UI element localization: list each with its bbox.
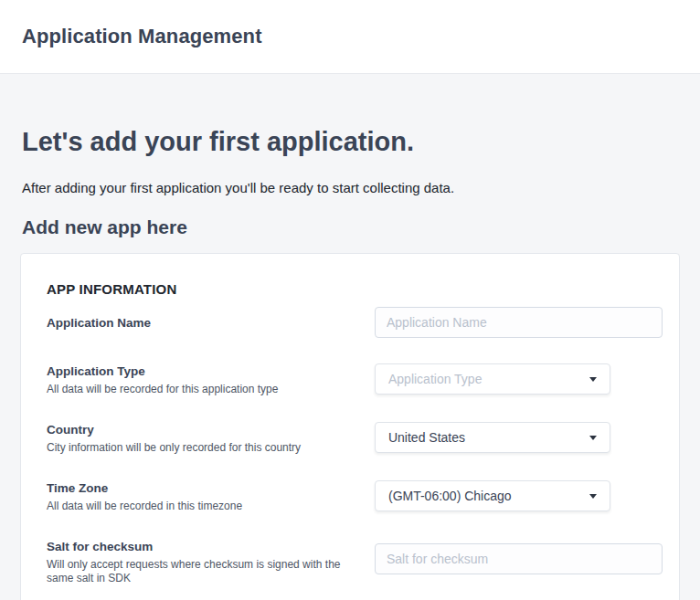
caret-down-icon bbox=[589, 436, 597, 440]
field-control-col bbox=[375, 307, 663, 338]
field-label-col: Country City information will be only re… bbox=[47, 422, 375, 455]
hero-title: Let's add your first application. bbox=[22, 125, 680, 158]
field-label-col: Application Name bbox=[47, 315, 375, 331]
salt-for-checksum-help: Will only accept requests where checksum… bbox=[47, 558, 350, 585]
caret-down-icon bbox=[589, 494, 597, 499]
salt-for-checksum-label: Salt for checksum bbox=[47, 539, 356, 554]
section-title: Add new app here bbox=[22, 215, 680, 239]
form-row-country: Country City information will be only re… bbox=[47, 422, 663, 455]
form-row-time-zone: Time Zone All data will be recorded in t… bbox=[47, 480, 663, 513]
application-type-select-value: Application Type bbox=[388, 372, 482, 386]
field-label-col: Salt for checksum Will only accept reque… bbox=[47, 539, 375, 585]
time-zone-help: All data will be recorded in this timezo… bbox=[47, 500, 350, 513]
form-row-application-name: Application Name bbox=[47, 307, 663, 338]
application-name-label: Application Name bbox=[47, 315, 356, 331]
form-row-salt-for-checksum: Salt for checksum Will only accept reque… bbox=[47, 539, 663, 585]
page-title: Application Management bbox=[22, 25, 262, 48]
application-type-help: All data will be recorded for this appli… bbox=[47, 383, 350, 396]
app-form-card: APP INFORMATION Application Name Applica… bbox=[20, 253, 680, 600]
country-label: Country bbox=[47, 422, 356, 437]
caret-down-icon bbox=[589, 377, 597, 382]
content-area: Let's add your first application. After … bbox=[0, 125, 700, 600]
form-row-application-type: Application Type All data will be record… bbox=[47, 363, 663, 396]
field-label-col: Application Type All data will be record… bbox=[47, 363, 375, 396]
application-name-input[interactable] bbox=[375, 307, 663, 338]
page-header: Application Management bbox=[0, 0, 700, 74]
time-zone-select-value: (GMT-06:00) Chicago bbox=[388, 489, 512, 503]
application-type-label: Application Type bbox=[47, 363, 356, 379]
field-control-col: Application Type bbox=[375, 363, 663, 395]
field-control-col: United States bbox=[375, 422, 663, 453]
form-section-heading: APP INFORMATION bbox=[47, 281, 663, 298]
country-select[interactable]: United States bbox=[375, 422, 610, 453]
hero-subtitle: After adding your first application you'… bbox=[22, 180, 680, 196]
field-control-col: (GMT-06:00) Chicago bbox=[375, 480, 663, 511]
country-select-value: United States bbox=[388, 430, 465, 445]
country-help: City information will be only recorded f… bbox=[47, 441, 350, 455]
salt-for-checksum-input[interactable] bbox=[375, 543, 663, 574]
application-type-select[interactable]: Application Type bbox=[375, 363, 610, 395]
time-zone-label: Time Zone bbox=[47, 480, 356, 496]
field-control-col bbox=[375, 539, 663, 574]
field-label-col: Time Zone All data will be recorded in t… bbox=[47, 480, 375, 513]
time-zone-select[interactable]: (GMT-06:00) Chicago bbox=[375, 480, 610, 511]
